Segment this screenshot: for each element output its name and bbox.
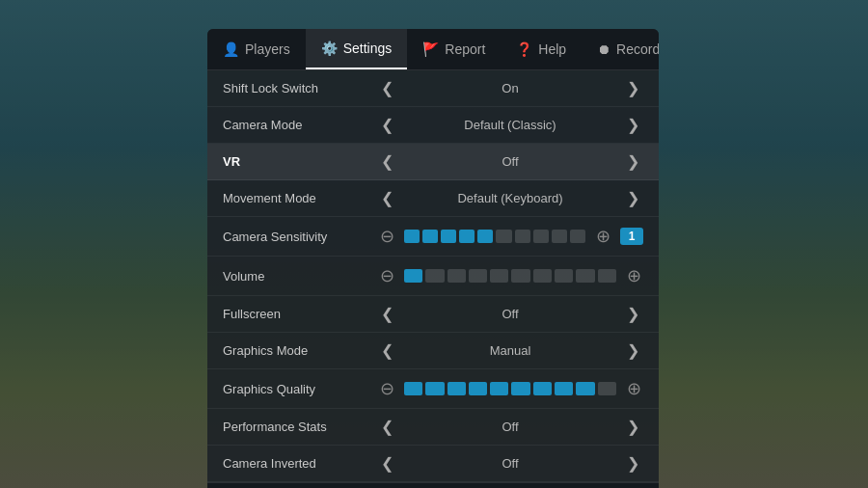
arrow-right-fullscreen[interactable]: ❯: [623, 305, 643, 323]
setting-label-vr: VR: [223, 154, 377, 169]
tab-bar: 👤Players⚙️Settings🚩Report❓Help⏺Record: [207, 29, 659, 70]
slider-plus-volume[interactable]: ⊕: [624, 265, 643, 286]
setting-label-graphics-mode: Graphics Mode: [223, 343, 377, 358]
arrow-right-shift-lock[interactable]: ❯: [623, 79, 643, 97]
setting-control-camera-sensitivity: ⊖⊕1: [377, 226, 643, 247]
settings-body: Shift Lock Switch❮On❯Camera Mode❮Default…: [207, 70, 659, 482]
setting-control-camera-inverted: ❮Off❯: [377, 454, 643, 473]
players-icon: 👤: [223, 41, 239, 57]
setting-label-camera-sensitivity: Camera Sensitivity: [223, 230, 377, 244]
slider-track-graphics-quality[interactable]: [404, 382, 616, 395]
settings-icon: ⚙️: [321, 41, 338, 56]
record-icon: ⏺: [597, 41, 610, 57]
setting-control-shift-lock: ❮On❯: [377, 79, 643, 97]
slider-track-volume[interactable]: [404, 269, 616, 283]
arrow-left-movement-mode[interactable]: ❮: [377, 189, 397, 207]
tab-settings[interactable]: ⚙️Settings: [306, 29, 408, 69]
setting-control-graphics-quality: ⊖⊕: [377, 378, 643, 399]
arrow-left-vr[interactable]: ❮: [377, 152, 397, 171]
slider-segment-graphics-quality-7: [555, 382, 573, 395]
setting-row-shift-lock: Shift Lock Switch❮On❯: [207, 70, 659, 107]
slider-segment-volume-7: [555, 269, 573, 283]
setting-control-volume: ⊖⊕: [377, 265, 643, 286]
arrow-left-shift-lock[interactable]: ❮: [377, 79, 397, 97]
arrow-right-graphics-mode[interactable]: ❯: [623, 341, 643, 360]
help-icon: ❓: [516, 41, 532, 57]
slider-segment-graphics-quality-1: [425, 382, 444, 395]
setting-label-performance-stats: Performance Stats: [223, 420, 377, 434]
setting-control-movement-mode: ❮Default (Keyboard)❯: [377, 189, 643, 207]
tab-label-settings: Settings: [343, 41, 393, 56]
setting-row-vr: VR❮Off❯: [207, 144, 659, 180]
tab-help[interactable]: ❓Help: [501, 29, 582, 69]
slider-segment-camera-sensitivity-7: [533, 230, 549, 243]
setting-value-camera-inverted: Off: [405, 456, 615, 471]
setting-control-fullscreen: ❮Off❯: [377, 305, 643, 323]
setting-row-movement-mode: Movement Mode❮Default (Keyboard)❯: [207, 180, 659, 217]
slider-segment-camera-sensitivity-3: [459, 230, 475, 243]
tab-players[interactable]: 👤Players: [207, 29, 306, 69]
slider-segment-graphics-quality-0: [404, 382, 422, 395]
setting-label-camera-inverted: Camera Inverted: [223, 456, 377, 471]
slider-segment-volume-5: [511, 269, 529, 283]
setting-label-camera-mode: Camera Mode: [223, 118, 377, 132]
slider-number-camera-sensitivity: 1: [620, 228, 643, 245]
slider-plus-camera-sensitivity[interactable]: ⊕: [593, 226, 612, 247]
setting-row-camera-mode: Camera Mode❮Default (Classic)❯: [207, 107, 659, 144]
arrow-left-performance-stats[interactable]: ❮: [377, 418, 397, 436]
slider-minus-volume[interactable]: ⊖: [377, 265, 396, 286]
slider-segment-camera-sensitivity-9: [570, 230, 585, 243]
slider-segment-volume-9: [598, 269, 616, 283]
arrow-right-camera-inverted[interactable]: ❯: [623, 454, 643, 473]
slider-segment-graphics-quality-8: [576, 382, 594, 395]
slider-segment-camera-sensitivity-1: [422, 230, 438, 243]
slider-plus-graphics-quality[interactable]: ⊕: [624, 378, 643, 399]
setting-label-movement-mode: Movement Mode: [223, 191, 377, 205]
setting-control-camera-mode: ❮Default (Classic)❯: [377, 116, 643, 134]
setting-label-shift-lock: Shift Lock Switch: [223, 81, 377, 95]
setting-control-graphics-mode: ❮Manual❯: [377, 341, 643, 360]
slider-segment-camera-sensitivity-5: [496, 230, 511, 243]
slider-segment-graphics-quality-2: [448, 382, 466, 395]
arrow-right-camera-mode[interactable]: ❯: [623, 116, 643, 134]
slider-minus-camera-sensitivity[interactable]: ⊖: [377, 226, 396, 247]
slider-track-camera-sensitivity[interactable]: [404, 230, 585, 243]
arrow-left-fullscreen[interactable]: ❮: [377, 305, 397, 323]
report-icon: 🚩: [422, 41, 439, 57]
setting-label-fullscreen: Fullscreen: [223, 307, 377, 321]
setting-row-camera-sensitivity: Camera Sensitivity⊖⊕1: [207, 217, 659, 257]
setting-row-graphics-quality: Graphics Quality⊖⊕: [207, 369, 659, 409]
arrow-right-movement-mode[interactable]: ❯: [623, 189, 643, 207]
tab-report[interactable]: 🚩Report: [407, 29, 501, 69]
setting-row-graphics-mode: Graphics Mode❮Manual❯: [207, 333, 659, 369]
setting-value-fullscreen: Off: [405, 307, 615, 321]
slider-segment-graphics-quality-5: [511, 382, 529, 395]
tab-record[interactable]: ⏺Record: [582, 29, 659, 69]
footer-buttons: RReset CharacterLLeave GameESCResume Gam…: [207, 482, 659, 488]
tab-label-players: Players: [245, 41, 290, 57]
slider-segment-volume-1: [425, 269, 444, 283]
slider-segment-camera-sensitivity-4: [477, 230, 493, 243]
setting-row-performance-stats: Performance Stats❮Off❯: [207, 409, 659, 446]
slider-segment-graphics-quality-3: [469, 382, 487, 395]
arrow-right-performance-stats[interactable]: ❯: [623, 418, 643, 436]
slider-segment-camera-sensitivity-0: [404, 230, 420, 243]
slider-segment-camera-sensitivity-6: [515, 230, 530, 243]
arrow-left-camera-inverted[interactable]: ❮: [377, 454, 397, 473]
arrow-left-camera-mode[interactable]: ❮: [377, 116, 397, 134]
setting-value-shift-lock: On: [405, 81, 615, 95]
tab-label-report: Report: [445, 41, 485, 57]
setting-label-volume: Volume: [223, 269, 377, 284]
setting-label-graphics-quality: Graphics Quality: [223, 382, 377, 396]
arrow-left-graphics-mode[interactable]: ❮: [377, 341, 397, 360]
slider-segment-volume-8: [576, 269, 594, 283]
tab-label-record: Record: [616, 41, 659, 57]
slider-segment-camera-sensitivity-2: [441, 230, 456, 243]
arrow-right-vr[interactable]: ❯: [623, 152, 643, 171]
settings-menu: 👤Players⚙️Settings🚩Report❓Help⏺Record Sh…: [207, 29, 659, 488]
slider-segment-volume-4: [490, 269, 508, 283]
slider-minus-graphics-quality[interactable]: ⊖: [377, 378, 396, 399]
setting-value-movement-mode: Default (Keyboard): [405, 191, 615, 205]
slider-segment-volume-0: [404, 269, 422, 283]
setting-row-camera-inverted: Camera Inverted❮Off❯: [207, 446, 659, 482]
